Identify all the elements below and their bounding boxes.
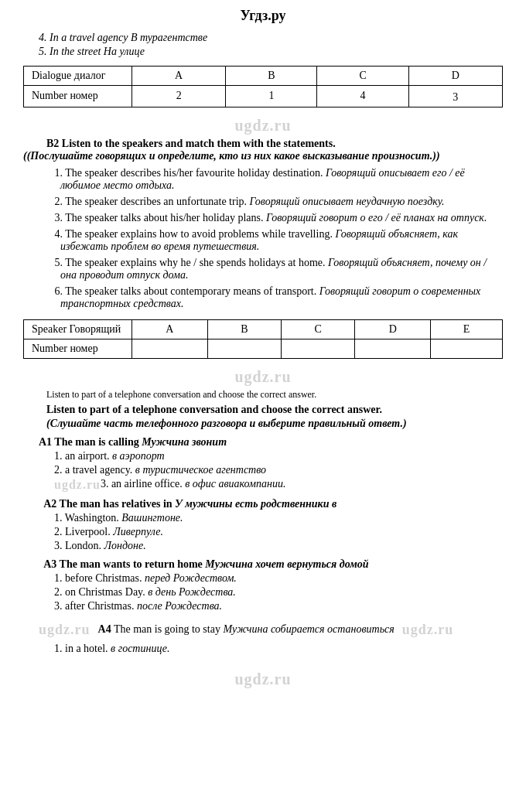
a4-opt1: 1. in a hotel. в гостинице. <box>54 643 503 655</box>
val-b: 1 <box>226 86 317 107</box>
val-d: 3 <box>408 86 502 107</box>
val-c: 4 <box>317 86 408 107</box>
watermark-1: ugdz.ru <box>23 117 503 135</box>
a2-opt3: 3. London. Лондоне. <box>54 540 503 552</box>
col-d2-header: D <box>355 319 431 339</box>
a1-opt1: 1. an airport. в аэропорт <box>54 450 503 462</box>
col-d-header: D <box>408 67 502 86</box>
watermark-3: ugdz.ru <box>39 622 91 638</box>
a3-opt2: 2. on Christmas Day. в день Рождества. <box>54 586 503 599</box>
a4-options: 1. in a hotel. в гостинице. <box>54 643 503 655</box>
col-a2-header: A <box>132 319 208 339</box>
val-t2-b <box>207 339 281 358</box>
statement-2: 2. The speaker describes an unfortunate … <box>46 196 503 208</box>
val-t2-e <box>431 339 503 358</box>
dialogue-table: Dialogue диалог A B C D Number номер 2 1… <box>23 66 503 107</box>
a4-label-inline: A4 The man is going to stay Мужчина соби… <box>98 623 394 636</box>
watermark-4: ugdz.ru <box>402 622 454 638</box>
a2-opt1: 1. Washington. Вашингтоне. <box>54 512 503 524</box>
b2-statements: 1. The speaker describes his/her favouri… <box>46 167 503 310</box>
statement-1: 1. The speaker describes his/her favouri… <box>46 167 503 192</box>
a4-block: 1. in a hotel. в гостинице. <box>39 643 503 655</box>
val-t2-c <box>282 339 355 358</box>
statement-4: 4. The speaker explains how to avoid pro… <box>46 228 503 253</box>
a3-block: A3 The man wants to return home Мужчина … <box>39 558 503 612</box>
col-c-header: C <box>317 67 408 86</box>
italic-instruction: (Слушайте часть телефонного разговора и … <box>23 418 503 430</box>
watermark-inline-block: ugdz.ru A4 The man is going to stay Мужч… <box>39 619 503 641</box>
a3-options: 1. before Christmas. перед Рождеством. 2… <box>54 572 503 612</box>
dialogue-label: Dialogue диалог <box>24 67 132 86</box>
number-label-2: Number номер <box>24 339 132 358</box>
b2-title: B2 Listen to the speakers and match them… <box>23 138 503 162</box>
a2-block: A2 The man has relatives in У мужчины ес… <box>39 498 503 552</box>
a1-options: 1. an airport. в аэропорт 2. a travel ag… <box>54 450 503 492</box>
a3-label: A3 The man wants to return home Мужчина … <box>39 558 503 571</box>
intro-items: 4. In a travel agency В турагентстве 5. … <box>39 32 503 58</box>
statement-5: 5. The speaker explains why he / she spe… <box>46 257 503 281</box>
a3-opt1: 1. before Christmas. перед Рождеством. <box>54 572 503 585</box>
speaker-label: Speaker Говорящий <box>24 319 132 339</box>
a1-label: A1 The man is calling Мужчина звонит <box>39 436 503 449</box>
intro-item-4: 4. In a travel agency В турагентстве <box>39 32 503 44</box>
small-instruction: Listen to part of a telephone conversati… <box>46 389 503 401</box>
number-label: Number номер <box>24 86 132 107</box>
statement-6: 6. The speaker talks about contemporary … <box>46 285 503 310</box>
b2-section: B2 Listen to the speakers and match them… <box>23 138 503 310</box>
statement-3: 3. The speaker talks about his/her holid… <box>46 212 503 224</box>
a3-opt3: 3. after Christmas. после Рождества. <box>54 600 503 612</box>
col-a-header: A <box>132 67 226 86</box>
col-e2-header: E <box>431 319 503 339</box>
col-c2-header: C <box>282 319 355 339</box>
bold-title: Listen to part of a telephone conversati… <box>23 404 503 416</box>
intro-item-5: 5. In the street На улице <box>39 46 503 58</box>
a2-label: A2 The man has relatives in У мужчины ес… <box>39 498 503 510</box>
col-b-header: B <box>226 67 317 86</box>
footer-watermark: ugdz.ru <box>23 670 503 688</box>
a2-opt2: 2. Liverpool. Ливерпуле. <box>54 526 503 538</box>
site-title: Угдз.ру <box>23 8 503 24</box>
speaker-table: Speaker Говорящий A B C D E Number номер <box>23 319 503 359</box>
val-t2-d <box>355 339 431 358</box>
telephone-section: Listen to part of a telephone conversati… <box>23 389 503 655</box>
a1-opt2: 2. a travel agency. в туристическое аген… <box>54 464 503 476</box>
val-t2-a <box>132 339 208 358</box>
a1-block: A1 The man is calling Мужчина звонит 1. … <box>39 436 503 492</box>
watermark-2: ugdz.ru <box>23 368 503 386</box>
col-b2-header: B <box>207 319 281 339</box>
a1-opt3: ugdz.ru3. an airline office. в офис авиа… <box>54 478 503 492</box>
val-a: 2 <box>132 86 226 107</box>
a2-options: 1. Washington. Вашингтоне. 2. Liverpool.… <box>54 512 503 552</box>
